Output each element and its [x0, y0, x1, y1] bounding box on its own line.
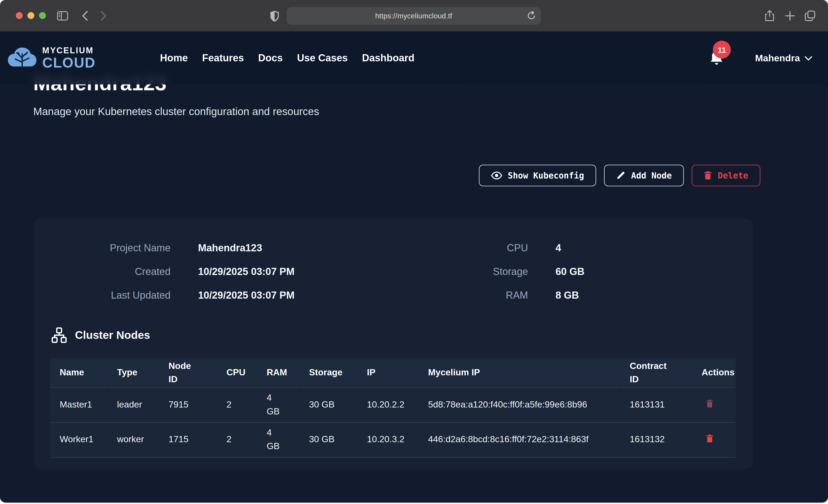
trash-icon	[706, 434, 713, 443]
user-menu[interactable]: Mahendra	[755, 53, 812, 64]
col-name: Name	[50, 359, 108, 387]
browser-toolbar: https://myceliumcloud.tf	[0, 0, 828, 32]
cluster-nodes-table: Name Type Node ID CPU RAM Storage IP Myc…	[50, 359, 735, 457]
cell-contract-id: 1613132	[620, 422, 692, 457]
cell-ip: 10.20.2.2	[357, 387, 418, 422]
brand-logo[interactable]: MYCELIUM CLOUD	[7, 46, 95, 70]
address-bar[interactable]: https://myceliumcloud.tf	[287, 7, 541, 25]
nav-link-features[interactable]: Features	[202, 52, 244, 64]
storage-value: 60 GB	[555, 266, 584, 278]
project-info-right: CPU 4 Storage 60 GB RAM 8 GB	[446, 236, 585, 307]
page-subtitle: Manage your Kubernetes cluster configura…	[33, 106, 319, 118]
page: Mahendra123 Manage your Kubernetes clust…	[0, 32, 828, 503]
nav-link-use-cases[interactable]: Use Cases	[297, 52, 348, 64]
cell-name: Master1	[50, 387, 108, 422]
cell-actions	[692, 387, 736, 422]
navbar: MYCELIUM CLOUD Home Features Docs Use Ca…	[0, 32, 828, 85]
show-kubeconfig-label: Show Kubeconfig	[508, 170, 584, 180]
project-details-card: Project Name Mahendra123 Created 10/29/2…	[34, 219, 752, 469]
brand-name-top: MYCELIUM	[42, 46, 95, 55]
col-ram: RAM	[257, 359, 299, 387]
nav-link-dashboard[interactable]: Dashboard	[362, 52, 414, 64]
shield-icon[interactable]	[270, 0, 279, 32]
delete-cluster-button[interactable]: Delete	[692, 165, 760, 186]
last-updated-value: 10/29/2025 03:07 PM	[198, 289, 295, 301]
cell-name: Worker1	[50, 422, 108, 457]
col-contract-id: Contract ID	[620, 359, 692, 387]
col-node-id: Node ID	[159, 359, 217, 387]
nav-link-docs[interactable]: Docs	[258, 52, 283, 64]
show-kubeconfig-button[interactable]: Show Kubeconfig	[479, 165, 596, 186]
col-mycelium-ip: Mycelium IP	[418, 359, 620, 387]
mycelium-cloud-logo-icon	[7, 46, 37, 70]
cell-mycelium-ip: 5d8:78ea:a120:f40c:ff0f:a5fe:99e6:8b96	[418, 387, 620, 422]
cell-actions	[692, 422, 736, 457]
col-actions: Actions	[692, 359, 736, 387]
cell-node-id: 1715	[159, 422, 217, 457]
trash-icon	[704, 171, 712, 180]
delete-node-button[interactable]	[706, 399, 713, 408]
project-info-left: Project Name Mahendra123 Created 10/29/2…	[34, 236, 294, 307]
close-window-button[interactable]	[16, 12, 23, 19]
forward-icon[interactable]	[100, 0, 107, 32]
table-row: Master1 leader 7915 2 4 GB 30 GB 10.20.2…	[50, 387, 735, 422]
minimize-window-button[interactable]	[27, 12, 34, 19]
share-icon[interactable]	[764, 0, 775, 32]
chevron-down-icon	[805, 55, 812, 60]
table-header-row: Name Type Node ID CPU RAM Storage IP Myc…	[50, 359, 735, 387]
add-node-label: Add Node	[631, 170, 672, 180]
pencil-icon	[616, 171, 625, 180]
col-type: Type	[108, 359, 159, 387]
cell-type: worker	[108, 422, 159, 457]
main-nav: Home Features Docs Use Cases Dashboard	[160, 52, 414, 64]
back-icon[interactable]	[82, 0, 88, 32]
sidebar-toggle-icon[interactable]	[57, 0, 68, 32]
ram-label: RAM	[446, 289, 528, 301]
col-storage: Storage	[299, 359, 357, 387]
cell-ram: 4 GB	[257, 387, 299, 422]
created-value: 10/29/2025 03:07 PM	[198, 266, 295, 278]
url-text: https://myceliumcloud.tf	[375, 12, 452, 20]
brand-name-bottom: CLOUD	[42, 55, 95, 70]
eye-icon	[491, 172, 502, 179]
delete-node-button[interactable]	[706, 434, 713, 443]
cell-cpu: 2	[217, 387, 257, 422]
cell-contract-id: 1613131	[620, 387, 692, 422]
reload-icon[interactable]	[527, 11, 535, 20]
cell-cpu: 2	[217, 422, 257, 457]
cpu-label: CPU	[446, 242, 528, 254]
trash-icon	[706, 399, 713, 408]
screen: https://myceliumcloud.tf	[0, 0, 828, 504]
notification-badge: 11	[713, 41, 731, 58]
cpu-value: 4	[555, 242, 561, 254]
cell-ip: 10.20.3.2	[357, 422, 418, 457]
browser-window: https://myceliumcloud.tf	[0, 0, 828, 502]
new-tab-icon[interactable]	[785, 0, 795, 32]
last-updated-label: Last Updated	[34, 289, 170, 301]
created-label: Created	[34, 266, 170, 278]
user-name: Mahendra	[755, 53, 800, 64]
cell-storage: 30 GB	[299, 387, 357, 422]
delete-label: Delete	[718, 170, 748, 180]
col-cpu: CPU	[217, 359, 257, 387]
cell-mycelium-ip: 446:d2a6:8bcd:8c16:ff0f:72e2:3114:863f	[418, 422, 620, 457]
project-name-label: Project Name	[34, 242, 170, 254]
cell-type: leader	[108, 387, 159, 422]
tab-overview-icon[interactable]	[805, 0, 815, 32]
project-name-value: Mahendra123	[198, 242, 262, 254]
cluster-icon	[51, 327, 67, 343]
cell-storage: 30 GB	[299, 422, 357, 457]
ram-value: 8 GB	[555, 289, 579, 301]
table-row: Worker1 worker 1715 2 4 GB 30 GB 10.20.3…	[50, 422, 735, 457]
col-ip: IP	[357, 359, 418, 387]
nav-link-home[interactable]: Home	[160, 52, 188, 64]
cluster-actions: Show Kubeconfig Add Node	[0, 165, 760, 186]
add-node-button[interactable]: Add Node	[604, 165, 684, 186]
storage-label: Storage	[446, 266, 528, 278]
zoom-window-button[interactable]	[39, 12, 46, 19]
cluster-nodes-title: Cluster Nodes	[75, 329, 150, 341]
cell-ram: 4 GB	[257, 422, 299, 457]
notifications-button[interactable]: 11	[710, 50, 723, 66]
cluster-nodes-header: Cluster Nodes	[51, 327, 150, 343]
cell-node-id: 7915	[159, 387, 217, 422]
